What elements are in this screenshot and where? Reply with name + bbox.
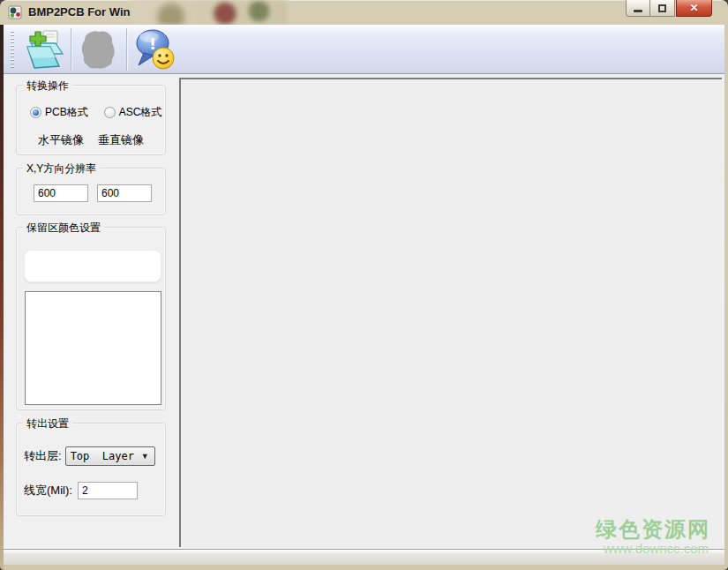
linewidth-label: 线宽(Mil):: [24, 483, 72, 499]
group-conversion-title: 转换操作: [23, 79, 72, 94]
minimize-icon: [634, 10, 642, 12]
pick-color-button[interactable]: [24, 250, 161, 282]
client-area: 转换操作 PCB格式 ASC格式 水平镜像 垂直镜像: [4, 74, 724, 549]
mirror-row: 水平镜像 垂直镜像: [38, 132, 144, 148]
about-button[interactable]: !: [132, 27, 176, 71]
group-output-settings-title: 转出设置: [23, 416, 72, 431]
window-body: ! 转换操作 PCB格式: [4, 25, 724, 565]
folder-open-plus-icon: [22, 29, 64, 70]
resolution-inputs: [34, 184, 152, 202]
settings-panel: 转换操作 PCB格式 ASC格式 水平镜像 垂直镜像: [4, 74, 179, 549]
mirror-horizontal-button[interactable]: 水平镜像: [38, 132, 84, 148]
resolution-y-input[interactable]: [97, 184, 152, 202]
watermark-site-name: 绿色资源网: [596, 515, 710, 544]
window-controls: ✕: [626, 0, 712, 17]
layer-dropdown[interactable]: Top Layer ▼: [65, 446, 155, 466]
group-resolution: X,Y方向分辨率: [16, 168, 166, 215]
group-output-settings: 转出设置 转出层: Top Layer ▼ 线宽(Mil):: [16, 423, 166, 516]
radio-pcb-label: PCB格式: [45, 105, 88, 120]
group-reserved-color: 保留区颜色设置: [16, 227, 166, 410]
format-radio-row: PCB格式 ASC格式: [30, 105, 161, 120]
close-button[interactable]: ✕: [676, 0, 712, 17]
group-resolution-title: X,Y方向分辨率: [23, 161, 100, 176]
window-frame-right: [724, 25, 728, 570]
preview-area: [179, 78, 722, 547]
radio-pcb-format[interactable]: PCB格式: [30, 105, 88, 120]
layer-row: 转出层: Top Layer ▼: [24, 446, 155, 466]
radio-pcb-icon: [30, 107, 41, 118]
chevron-down-icon: ▼: [141, 452, 149, 461]
window-frame-left: [0, 25, 4, 570]
linewidth-row: 线宽(Mil):: [24, 482, 138, 499]
linewidth-input[interactable]: [78, 482, 138, 499]
radio-asc-format[interactable]: ASC格式: [104, 105, 162, 120]
toolbar: !: [4, 25, 724, 74]
minimize-button[interactable]: [626, 0, 650, 17]
watermark-site-url: www.downcc.com: [604, 541, 709, 556]
close-icon: ✕: [689, 2, 698, 14]
app-icon: [8, 5, 22, 19]
window-title: BMP2PCB For Win: [28, 5, 130, 19]
radio-asc-label: ASC格式: [119, 105, 162, 120]
layer-dropdown-value: Top Layer: [66, 450, 141, 462]
open-image-button[interactable]: [21, 27, 65, 71]
toolbar-gripper[interactable]: [11, 31, 14, 68]
group-conversion: 转换操作 PCB格式 ASC格式 水平镜像 垂直镜像: [16, 85, 166, 155]
maximize-icon: [658, 4, 666, 12]
group-reserved-color-title: 保留区颜色设置: [23, 221, 104, 236]
color-list-box[interactable]: [25, 291, 161, 405]
toolbar-separator: [126, 28, 127, 71]
app-window: BMP2PCB For Win ✕: [0, 0, 728, 570]
speech-bubble-smiley-icon: !: [133, 28, 176, 71]
titlebar-glass-reflection: [132, 0, 287, 25]
layer-label: 转出层:: [24, 448, 62, 464]
titlebar: BMP2PCB For Win ✕: [0, 0, 728, 25]
export-button-disabled: [77, 27, 121, 71]
mirror-vertical-button[interactable]: 垂直镜像: [98, 132, 144, 148]
resolution-x-input[interactable]: [34, 184, 88, 202]
maximize-button[interactable]: [650, 0, 675, 17]
svg-text:!: !: [149, 34, 156, 53]
export-gray-icon: [78, 29, 120, 70]
toolbar-separator: [71, 28, 71, 71]
radio-asc-icon: [104, 107, 116, 118]
